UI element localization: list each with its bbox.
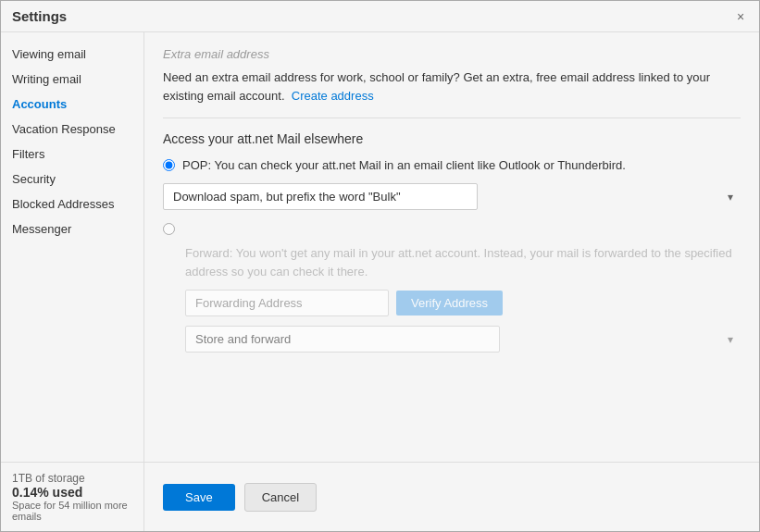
save-button[interactable]: Save [163,484,235,511]
pop-option: POP: You can check your att.net Mail in … [163,157,741,174]
section-divider [163,118,741,118]
forward-radio[interactable] [163,223,175,235]
storage-space: Space for 54 million more emails [12,500,132,522]
storage-used: 0.14% used [12,485,132,500]
store-dropdown-wrapper: Store and forward Forward only ▾ [185,326,741,353]
create-address-link[interactable]: Create address [292,89,374,103]
pop-radio[interactable] [163,159,175,171]
sidebar-item-writing-email[interactable]: Writing email [1,67,143,92]
spam-dropdown-arrow-icon: ▾ [728,191,733,204]
storage-label: 1TB of storage [12,472,132,485]
settings-dialog: Settings × Viewing email Writing email A… [0,0,760,532]
forwarding-address-input[interactable] [185,290,389,316]
forward-option [163,221,741,235]
extra-email-title: Extra email address [163,47,741,61]
pop-label: POP: You can check your att.net Mail in … [182,157,626,174]
dialog-footer: 1TB of storage 0.14% used Space for 54 m… [1,462,759,531]
title-bar: Settings × [1,1,759,32]
dialog-title: Settings [12,8,67,24]
main-content: Extra email address Need an extra email … [144,32,759,462]
sidebar-item-security[interactable]: Security [1,167,143,192]
cancel-button[interactable]: Cancel [244,483,317,512]
sidebar: Viewing email Writing email Accounts Vac… [1,32,144,462]
spam-dropdown[interactable]: Download spam, but prefix the word "Bulk… [163,183,478,210]
sidebar-item-viewing-email[interactable]: Viewing email [1,42,143,67]
extra-email-description: Need an extra email address for work, sc… [163,68,741,105]
footer-storage: 1TB of storage 0.14% used Space for 54 m… [1,463,144,531]
access-section-title: Access your att.net Mail elsewhere [163,131,741,146]
sidebar-item-blocked-addresses[interactable]: Blocked Addresses [1,192,143,217]
verify-address-button[interactable]: Verify Address [396,291,503,315]
forward-input-row: Verify Address [185,290,741,316]
spam-dropdown-wrapper: Download spam, but prefix the word "Bulk… [163,183,741,210]
sidebar-item-accounts[interactable]: Accounts [1,92,143,117]
sidebar-item-filters[interactable]: Filters [1,142,143,167]
store-dropdown-arrow-icon: ▾ [728,333,733,346]
forward-description: Forward: You won't get any mail in your … [185,244,741,280]
store-forward-dropdown[interactable]: Store and forward Forward only [185,326,500,353]
scrollable-area[interactable]: Extra email address Need an extra email … [144,32,759,462]
forward-section: Forward: You won't get any mail in your … [163,221,741,353]
sidebar-item-vacation-response[interactable]: Vacation Response [1,117,143,142]
sidebar-item-messenger[interactable]: Messenger [1,217,143,241]
dialog-body: Viewing email Writing email Accounts Vac… [1,32,759,462]
footer-actions: Save Cancel [144,463,335,531]
close-button[interactable]: × [733,9,748,24]
